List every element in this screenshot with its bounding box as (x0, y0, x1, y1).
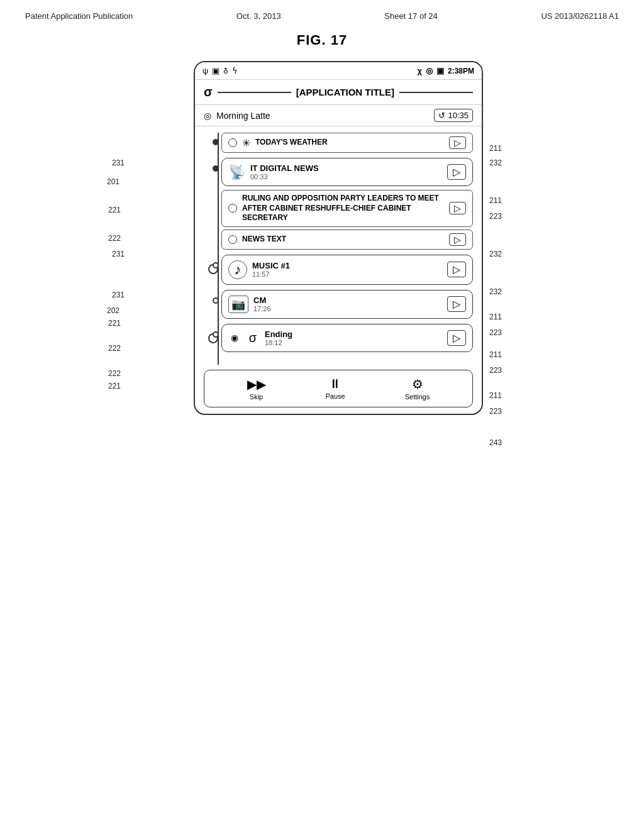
cm-card-subtitle: 17:26 (253, 305, 442, 313)
label-221-news: 221 (108, 206, 121, 214)
header-right: US 2013/0262118 A1 (541, 11, 619, 21)
cm-card-title: CM (253, 296, 442, 305)
weather-star-icon: ✳ (242, 137, 250, 149)
skip-control[interactable]: ▶▶ Skip (247, 377, 266, 401)
label-232-news2: 232 (489, 287, 502, 296)
label-222-end: 222 (108, 369, 121, 378)
app-title-bar: σ [APPLICATION TITLE] (195, 80, 482, 105)
phone: ψ ▣ δ ϟ χ ◎ ▣ 2:38PM σ [APPLICATION TITL… (194, 61, 483, 415)
pause-icon: ⏸ (329, 377, 341, 391)
pause-label: Pause (326, 392, 345, 400)
music-title-block: MUSIC #1 11:57 (252, 261, 442, 278)
tl-dot-news (213, 165, 219, 172)
label-223-ending: 223 (489, 407, 502, 416)
music-group: ♪ MUSIC #1 11:57 ▷ (204, 255, 473, 285)
ending-card-title: Ending (265, 329, 442, 339)
label-223-news: 223 (489, 212, 502, 221)
label-223-music: 223 (489, 328, 502, 337)
news-sub-item-2[interactable]: NEWS TEXT ▷ (221, 230, 473, 250)
morning-latte-bar: ◎ Morning Latte ↺ 10:35 (195, 105, 482, 126)
ending-play-btn[interactable]: ▷ (447, 330, 466, 346)
ending-card-icon: σ (246, 331, 260, 345)
content-area: ✳ TODAY'S WEATHER ▷ 📡 IT DIGITAL NEWS 00… (195, 133, 482, 365)
news-card-header: 📡 IT DIGITAL NEWS 00:33 ▷ (228, 163, 466, 180)
app-logo-icon: σ (204, 85, 213, 99)
app-title-text: [APPLICATION TITLE] (296, 87, 394, 97)
cm-play-btn[interactable]: ▷ (447, 296, 466, 312)
label-211-music: 211 (489, 313, 502, 321)
label-211-weather: 211 (489, 144, 502, 153)
label-222-news: 222 (108, 234, 121, 243)
header-left: Patent Application Publication (25, 11, 133, 21)
news-sub-text-2: NEWS TEXT (242, 235, 444, 245)
morning-icon: ◎ (204, 111, 211, 121)
settings-control[interactable]: ⚙ Settings (405, 377, 430, 401)
status-right: χ ◎ ▣ 2:38PM (417, 66, 474, 75)
morning-right: ↺ 10:35 (434, 109, 473, 122)
skip-label: Skip (250, 393, 263, 401)
news-card-icon: 📡 (228, 164, 245, 180)
settings-icon: ⚙ (412, 377, 423, 392)
weather-group: ✳ TODAY'S WEATHER ▷ (204, 133, 473, 153)
weather-circle (228, 138, 237, 147)
news-card: 📡 IT DIGITAL NEWS 00:33 ▷ (221, 158, 473, 186)
label-211-news: 211 (489, 196, 502, 205)
status-icon-4: ϟ (232, 66, 238, 75)
cm-card-icon: 📷 (228, 296, 248, 313)
label-232-news1: 232 (489, 250, 502, 258)
news-card-title: IT DIGITAL NEWS (250, 163, 442, 173)
news-sub-circle-2 (228, 235, 237, 244)
label-211-ending: 211 (489, 391, 502, 400)
news-group: 📡 IT DIGITAL NEWS 00:33 ▷ RULING AND OPP… (204, 158, 473, 250)
weather-item[interactable]: ✳ TODAY'S WEATHER ▷ (221, 133, 473, 153)
ending-card-header: ◉ σ Ending 18:12 ▷ (228, 329, 466, 346)
music-card-title: MUSIC #1 (252, 261, 442, 270)
tl-dot-music (213, 262, 219, 268)
label-221-end: 221 (108, 382, 121, 390)
battery-icon: ▣ (436, 66, 444, 75)
ending-group: ◉ σ Ending 18:12 ▷ (204, 324, 473, 352)
news-sub-item-1[interactable]: RULING AND OPPOSITION PARTY LEADERS TO M… (221, 190, 473, 227)
label-202: 202 (107, 306, 119, 315)
music-play-btn[interactable]: ▷ (447, 262, 466, 277)
signal-icon: χ (417, 66, 421, 75)
cm-card: 📷 CM 17:26 ▷ (221, 290, 473, 319)
morning-refresh-icon[interactable]: ↺ (438, 111, 445, 120)
music-card-subtitle: 11:57 (252, 270, 442, 278)
morning-time: 10:35 (448, 111, 469, 120)
label-221-music: 221 (108, 319, 121, 328)
label-211-cm: 211 (489, 350, 502, 359)
status-bar: ψ ▣ δ ϟ χ ◎ ▣ 2:38PM (195, 62, 482, 80)
tl-dot-ending (213, 331, 219, 338)
news-sub-circle-1 (228, 204, 237, 213)
music-card-icon: ♪ (228, 260, 247, 279)
morning-left: ◎ Morning Latte (204, 111, 270, 121)
weather-play-btn[interactable]: ▷ (449, 136, 466, 149)
page-header: Patent Application Publication Oct. 3, 2… (0, 0, 644, 26)
header-middle: Oct. 3, 2013 (236, 11, 281, 21)
news-sub-play-2[interactable]: ▷ (449, 233, 466, 246)
skip-icon: ▶▶ (247, 377, 266, 392)
ending-card-subtitle: 18:12 (265, 339, 442, 346)
cm-card-header: 📷 CM 17:26 ▷ (228, 296, 466, 313)
news-sub-text-1: RULING AND OPPOSITION PARTY LEADERS TO M… (242, 194, 444, 223)
music-card: ♪ MUSIC #1 11:57 ▷ (221, 255, 473, 285)
header-sheet: Sheet 17 of 24 (384, 11, 438, 21)
label-201: 201 (107, 177, 119, 186)
tl-dot-cm (213, 297, 219, 304)
wifi-icon: ◎ (426, 66, 433, 75)
label-222-cm: 222 (108, 344, 121, 353)
news-sub-play-1[interactable]: ▷ (449, 202, 466, 214)
pause-control[interactable]: ⏸ Pause (326, 377, 345, 400)
morning-title: Morning Latte (216, 111, 270, 121)
control-bar: ▶▶ Skip ⏸ Pause ⚙ Settings (204, 370, 473, 407)
news-play-btn[interactable]: ▷ (447, 164, 466, 180)
title-line-left (218, 92, 291, 93)
title-line-right (399, 92, 473, 93)
label-223-cm: 223 (489, 366, 502, 375)
label-231-weather: 231 (112, 158, 125, 167)
status-icon-3: δ (223, 66, 228, 75)
settings-label: Settings (405, 393, 430, 401)
status-time: 2:38PM (448, 67, 474, 75)
status-icon-2: ▣ (212, 66, 219, 75)
